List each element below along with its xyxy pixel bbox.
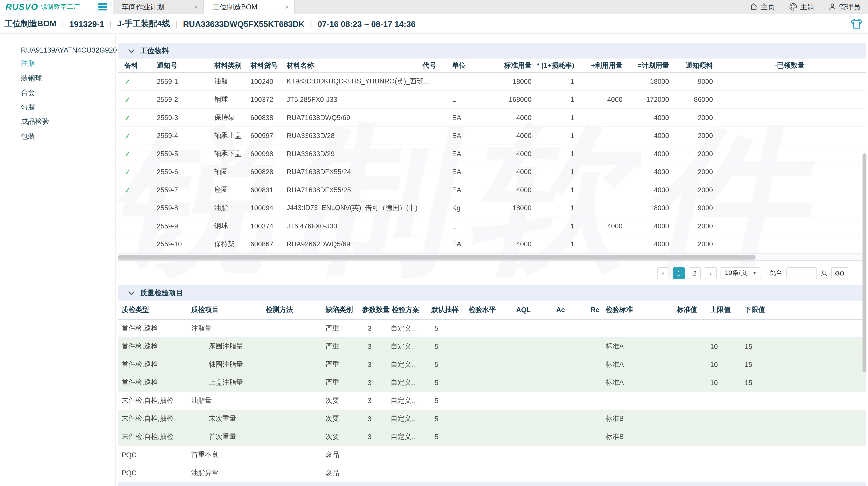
table-cell: 2000 (698, 150, 713, 158)
table-row[interactable]: 首件检,巡检轴圈注脂量严重3自定义...5标准A1015 (118, 356, 866, 374)
user-label: 管理员 (839, 2, 861, 12)
table-cell: 自定义... (391, 414, 417, 424)
horizontal-scrollbar[interactable] (118, 254, 866, 261)
table-cell: 严重 (326, 378, 339, 387)
table-row[interactable]: ✓2559-5轴承下盖600998RUA33633D/29EA400014000… (118, 145, 866, 163)
sidebar-item[interactable]: 包装 (0, 129, 115, 143)
jump-page-input[interactable] (786, 267, 817, 279)
vertical-scrollbar[interactable] (863, 153, 866, 372)
section-quality-items[interactable]: 质量检验项目 (118, 285, 866, 301)
table-cell: 自定义... (391, 378, 417, 387)
table-row[interactable]: 首件检,巡检注脂量严重3自定义...5 (118, 320, 866, 338)
table-cell: 上盖注脂量 (209, 378, 243, 387)
section-station-materials[interactable]: 工位物料 (118, 43, 866, 59)
table-row[interactable]: 首件检,巡检座圈注脂量严重3自定义...5标准A1015 (118, 338, 866, 356)
table-row[interactable]: ✓2559-2钢球100372JT5.285FX0-J33L1680001400… (118, 91, 866, 109)
prepared-check-icon: ✓ (124, 186, 131, 194)
skin-theme-button[interactable] (850, 19, 868, 29)
table-cell: 600998 (251, 150, 273, 158)
close-icon[interactable]: × (194, 3, 198, 11)
table-row[interactable]: ✓2559-4轴承上盖600997RUA33633D/28EA400014000… (118, 127, 866, 145)
user-menu[interactable]: 管理员 (829, 2, 860, 12)
table-cell: 次要 (326, 396, 339, 406)
table-cell: 10 (710, 361, 718, 368)
logo-text: RUSVO (5, 2, 38, 12)
page-1-button[interactable]: 1 (673, 267, 685, 279)
next-page-button[interactable]: › (705, 267, 717, 279)
table-row[interactable]: PQC首重不良废品 (118, 446, 866, 464)
table-row[interactable]: ✓2559-7座圈600831RUA71638DFX55/25EA4000140… (118, 181, 866, 199)
user-icon (829, 3, 836, 11)
table-cell: 4000 (654, 168, 669, 176)
column-header: 备料 (124, 61, 138, 70)
table-cell: EA (452, 150, 461, 158)
table-cell: 标准B (606, 414, 624, 424)
table-cell: 86000 (694, 96, 713, 104)
table-cell: 4000 (607, 96, 622, 104)
home-button[interactable]: 主页 (750, 2, 775, 12)
table-cell: 1 (570, 240, 574, 248)
section-title: 质量检验项目 (140, 288, 183, 298)
table-cell: 2559-5 (157, 150, 178, 158)
scrollbar-thumb[interactable] (118, 255, 756, 259)
sidebar-item[interactable]: 注脂 (0, 57, 115, 71)
table-cell: 末件检,自检,抽检 (122, 396, 174, 406)
table-cell: 4000 (654, 222, 669, 230)
sidebar-item[interactable]: 装钢球 (0, 71, 115, 86)
table-cell: RUA71638DWQ5/69 (287, 114, 350, 122)
page-size-select[interactable]: 10条/页 ▼ (720, 267, 761, 279)
prepared-check-icon: ✓ (124, 114, 131, 122)
table-cell: 1 (570, 78, 574, 86)
sidebar-item[interactable]: 匀脂 (0, 100, 115, 114)
prev-page-button[interactable]: ‹ (657, 267, 669, 279)
column-header: 检测方法 (266, 305, 293, 315)
column-header: 默认抽样 (431, 305, 459, 315)
table-cell: 4000 (516, 186, 531, 194)
table-cell: 5 (435, 397, 438, 405)
table-row[interactable]: ✓2559-6轴圈600828RUA71638DFX55/24EA4000140… (118, 163, 866, 181)
table-row[interactable]: 末件检,自检,抽检油脂量次要3自定义...5 (118, 392, 866, 410)
column-header: 检验方案 (392, 305, 419, 315)
column-header: 材料货号 (251, 61, 278, 70)
table-cell: 末件检,自检,抽检 (122, 432, 174, 442)
table-row[interactable]: ✓2559-1油脂100240KT983D:DOKHQD-3 HS_YHUNRO… (118, 73, 866, 91)
sidebar-item[interactable]: 合套 (0, 86, 115, 100)
page-2-button[interactable]: 2 (689, 267, 701, 279)
column-header: 单位 (452, 61, 466, 70)
sidebar-item[interactable]: 成品检验 (0, 115, 115, 129)
tab-workshop-plan[interactable]: 车间作业计划 × (113, 0, 204, 14)
line-name: J-手工装配4线 (117, 19, 170, 29)
theme-button[interactable]: 主题 (789, 2, 814, 12)
go-button[interactable]: GO (831, 267, 848, 279)
table-cell: 油脂量 (191, 396, 212, 406)
table-row[interactable]: 2559-9钢球100374JT6.476FX0-J33L14000400020… (118, 218, 866, 236)
table-row[interactable]: 2559-10保持架600867RUA92662DWQ5/69EA4000140… (118, 235, 866, 254)
table-row[interactable]: 末件检,自检,抽检首次重量次要3自定义...5标准B (118, 428, 866, 446)
caret-down-icon: ▼ (752, 270, 757, 276)
table-row[interactable]: 末件检,自检,抽检末次重量次要3自定义...5标准B (118, 410, 866, 428)
table-cell: 172000 (646, 96, 669, 104)
pagination: ‹ 1 2 › 10条/页 ▼ 跳至 页 GO (116, 261, 868, 285)
table-cell: 废品 (326, 468, 339, 478)
close-icon[interactable]: × (285, 3, 289, 11)
table-row[interactable]: ✓2559-3保持架600838RUA71638DWQ5/69EA4000140… (118, 109, 866, 127)
column-header: 材料类别 (214, 61, 242, 70)
table-cell: 5 (435, 361, 438, 368)
tab-station-bom[interactable]: 工位制造BOM × (204, 0, 295, 14)
table-cell: 1 (570, 150, 574, 158)
table-row[interactable]: PQC油脂异常废品 (118, 464, 866, 483)
table-row[interactable]: 2559-8油脂100094J443:ID73_ENLQNV(英)_倍可（德国）… (118, 199, 866, 218)
table-cell: 3 (368, 415, 372, 423)
table-cell: 2559-8 (157, 204, 178, 212)
table-cell: 100372 (251, 96, 273, 104)
menu-icon[interactable] (92, 0, 113, 14)
table-cell: 次要 (326, 414, 339, 424)
column-header: AQL (516, 306, 531, 314)
time-range: 07-16 08:23 ~ 08-17 14:36 (318, 19, 415, 29)
column-header: * (1+损耗率) (537, 61, 574, 70)
prepared-check-icon: ✓ (124, 167, 131, 176)
tab-label: 工位制造BOM (213, 2, 257, 12)
table-header-row: 质检类型质检项目检测方法缺陷类别参数数量检验方案默认抽样检验水平AQLAcRe检… (118, 301, 866, 320)
table-cell: 100374 (251, 222, 273, 230)
table-row[interactable]: 首件检,巡检上盖注脂量严重3自定义...5标准A1015 (118, 374, 866, 392)
